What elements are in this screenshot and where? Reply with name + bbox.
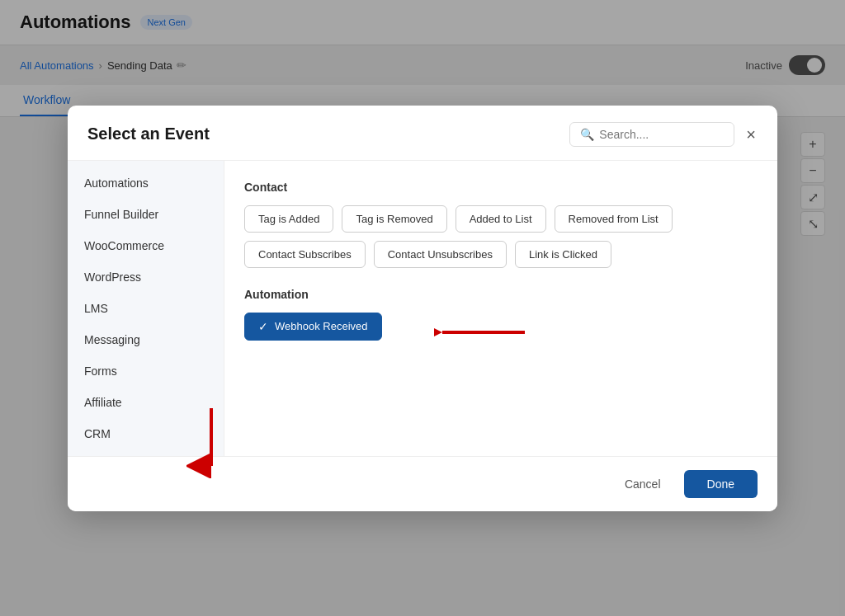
sidebar-item-crm[interactable]: CRM: [68, 418, 224, 449]
modal-title: Select an Event: [87, 125, 210, 143]
search-input[interactable]: [599, 128, 724, 141]
event-tag-added[interactable]: Tag is Added: [244, 205, 333, 233]
sidebar-item-funnel-builder[interactable]: Funnel Builder: [68, 199, 224, 230]
automation-events: ✓ Webhook Received: [244, 313, 758, 341]
event-tag-unsubscribes[interactable]: Contact Unsubscribes: [374, 241, 507, 268]
sidebar-item-forms[interactable]: Forms: [68, 355, 224, 387]
event-tag-removed-list[interactable]: Removed from List: [555, 205, 673, 233]
search-box: 🔍: [569, 122, 734, 147]
modal-sidebar: Automations Funnel Builder WooCommerce W…: [68, 161, 224, 456]
search-icon: 🔍: [580, 128, 594, 141]
event-tag-added-list[interactable]: Added to List: [456, 205, 546, 233]
sidebar-item-messaging[interactable]: Messaging: [68, 324, 224, 355]
automation-section: Automation ✓ Webhook Received: [244, 288, 758, 341]
modal-header-right: 🔍 ×: [569, 122, 758, 147]
select-event-modal: Select an Event 🔍 × Automations Funnel B…: [68, 106, 777, 511]
modal-footer: Cancel Done: [68, 456, 777, 511]
modal-overlay: Select an Event 🔍 × Automations Funnel B…: [0, 0, 845, 616]
arrow-left-decoration: [434, 317, 533, 350]
event-tag-removed[interactable]: Tag is Removed: [342, 205, 446, 233]
modal-header: Select an Event 🔍 ×: [68, 106, 777, 161]
modal-body: Automations Funnel Builder WooCommerce W…: [68, 161, 777, 456]
close-button[interactable]: ×: [744, 125, 758, 144]
sidebar-item-wordpress[interactable]: WordPress: [68, 261, 224, 293]
sidebar-item-woocommerce[interactable]: WooCommerce: [68, 230, 224, 261]
sidebar-item-lms[interactable]: LMS: [68, 293, 224, 324]
event-tag-webhook[interactable]: ✓ Webhook Received: [244, 313, 382, 341]
sidebar-item-automations[interactable]: Automations: [68, 167, 224, 199]
check-icon: ✓: [258, 320, 268, 333]
done-button[interactable]: Done: [684, 470, 758, 498]
contact-section-title: Contact: [244, 181, 758, 194]
cancel-button[interactable]: Cancel: [611, 470, 674, 498]
modal-main-content: Contact Tag is Added Tag is Removed Adde…: [224, 161, 777, 456]
sidebar-item-affiliate[interactable]: Affiliate: [68, 387, 224, 418]
contact-events: Tag is Added Tag is Removed Added to Lis…: [244, 205, 758, 268]
event-tag-subscribes[interactable]: Contact Subscribes: [244, 241, 366, 268]
event-tag-link-clicked[interactable]: Link is Clicked: [515, 241, 611, 268]
automation-section-title: Automation: [244, 288, 758, 301]
